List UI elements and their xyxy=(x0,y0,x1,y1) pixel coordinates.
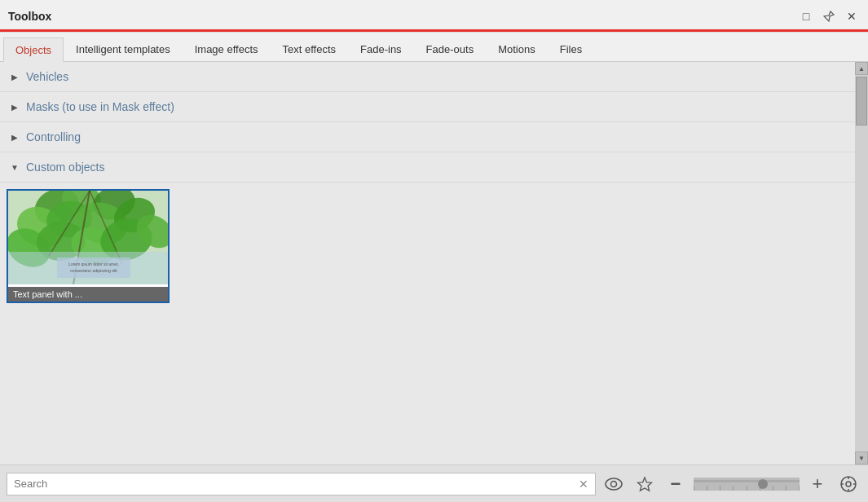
tab-fade-ins[interactable]: Fade-ins xyxy=(348,37,414,61)
tab-intelligent-templates[interactable]: Intelligent templates xyxy=(64,37,183,61)
search-input[interactable] xyxy=(14,478,579,490)
tab-files[interactable]: Files xyxy=(548,37,594,61)
main-area: Vehicles Masks (to use in Mask effect) C… xyxy=(0,62,868,465)
tab-image-effects[interactable]: Image effects xyxy=(183,37,271,61)
search-clear-button[interactable]: ✕ xyxy=(579,478,588,491)
star-button[interactable] xyxy=(632,471,658,497)
svg-text:consectetur adipiscing elit: consectetur adipiscing elit xyxy=(70,268,117,273)
svg-text:Lorem ipsum dolor sit amet,: Lorem ipsum dolor sit amet, xyxy=(68,262,119,266)
scroll-down-button[interactable]: ▼ xyxy=(855,451,868,465)
eye-button[interactable] xyxy=(601,471,627,497)
expand-arrow-custom-objects xyxy=(8,161,21,174)
svg-marker-22 xyxy=(638,478,652,491)
maximize-button[interactable]: □ xyxy=(798,8,814,24)
svg-point-21 xyxy=(611,481,617,487)
bottom-bar: ✕ − + xyxy=(0,465,868,502)
thumbnail-preview: Lorem ipsum dolor sit amet, consectetur … xyxy=(8,191,168,284)
tree-item-controlling[interactable]: Controlling xyxy=(0,122,855,152)
expand-arrow-controlling xyxy=(8,130,21,143)
thumbnail-label: Text panel with ... xyxy=(8,287,168,302)
scroll-up-button[interactable]: ▲ xyxy=(855,62,868,75)
tree-item-masks[interactable]: Masks (to use in Mask effect) xyxy=(0,92,855,122)
window-controls: □ ✕ xyxy=(798,8,860,24)
zoom-in-button[interactable]: + xyxy=(804,471,831,497)
tabs-bar: Objects Intelligent templates Image effe… xyxy=(0,33,868,62)
svg-point-24 xyxy=(846,482,851,487)
zoom-out-button[interactable]: − xyxy=(663,471,689,497)
expand-arrow-vehicles xyxy=(8,70,21,83)
close-button[interactable]: ✕ xyxy=(844,8,860,24)
tree-item-vehicles[interactable]: Vehicles xyxy=(0,62,855,92)
tab-fade-outs[interactable]: Fade-outs xyxy=(414,37,487,61)
zoom-slider xyxy=(694,478,800,491)
scroll-thumb[interactable] xyxy=(856,77,867,126)
thumbnails-area: Lorem ipsum dolor sit amet, consectetur … xyxy=(0,183,855,310)
settings-button[interactable] xyxy=(835,471,861,497)
pin-button[interactable] xyxy=(821,8,837,24)
scrollbar[interactable]: ▲ ▼ xyxy=(855,62,868,465)
content-area: Vehicles Masks (to use in Mask effect) C… xyxy=(0,62,855,465)
app-title: Toolbox xyxy=(8,10,51,23)
zoom-thumb[interactable] xyxy=(758,479,768,489)
tree-item-custom-objects[interactable]: Custom objects xyxy=(0,152,855,183)
title-bar: Toolbox □ ✕ xyxy=(0,0,868,33)
tab-text-effects[interactable]: Text effects xyxy=(271,37,349,61)
tab-motions[interactable]: Motions xyxy=(486,37,548,61)
expand-arrow-masks xyxy=(8,100,21,113)
svg-point-20 xyxy=(606,478,622,490)
thumbnail-text-panel[interactable]: Lorem ipsum dolor sit amet, consectetur … xyxy=(7,189,170,303)
search-box: ✕ xyxy=(7,473,596,495)
tab-objects[interactable]: Objects xyxy=(3,37,64,62)
